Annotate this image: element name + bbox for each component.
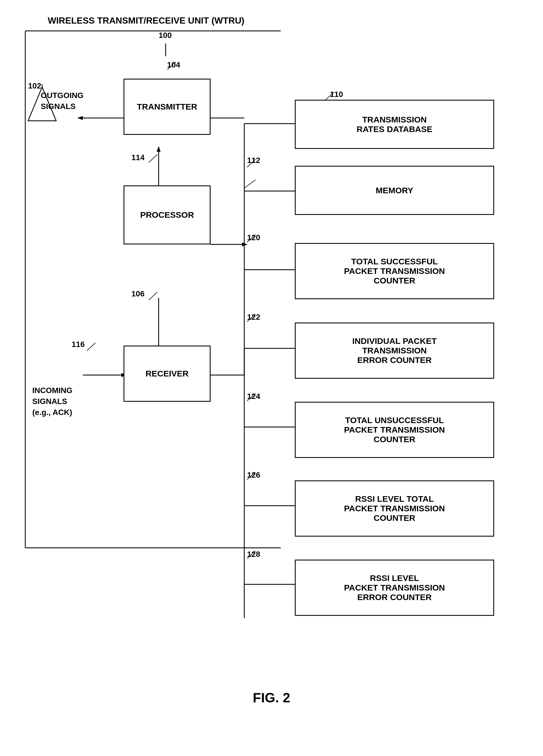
ref-104: 104 bbox=[167, 60, 180, 69]
svg-marker-5 bbox=[77, 116, 83, 120]
transmitter-box: TRANSMITTER bbox=[124, 79, 211, 135]
svg-marker-37 bbox=[28, 87, 56, 121]
diagram: WIRELESS TRANSMIT/RECEIVE UNIT (WTRU) 10… bbox=[0, 0, 543, 756]
ref-100: 100 bbox=[159, 31, 172, 40]
ref-128: 128 bbox=[247, 550, 260, 559]
incoming-signals-text: INCOMING SIGNALS (e.g., ACK) bbox=[32, 386, 72, 417]
svg-marker-9 bbox=[242, 242, 248, 246]
box-total-successful: TOTAL SUCCESSFUL PACKET TRANSMISSION COU… bbox=[295, 243, 494, 299]
box-individual-error: INDIVIDUAL PACKET TRANSMISSION ERROR COU… bbox=[295, 323, 494, 379]
wtru-title: WIRELESS TRANSMIT/RECEIVE UNIT (WTRU) bbox=[48, 15, 244, 26]
box-122-label: INDIVIDUAL PACKET TRANSMISSION ERROR COU… bbox=[352, 336, 437, 365]
box-126-label: RSSI LEVEL TOTAL PACKET TRANSMISSION COU… bbox=[344, 494, 445, 523]
box-110-label: TRANSMISSION RATES DATABASE bbox=[356, 115, 432, 134]
ref-114: 114 bbox=[131, 153, 145, 162]
box-total-unsuccessful: TOTAL UNSUCCESSFUL PACKET TRANSMISSION C… bbox=[295, 402, 494, 458]
box-112-label: MEMORY bbox=[376, 186, 413, 195]
ref-116: 116 bbox=[72, 340, 85, 349]
ref-106: 106 bbox=[131, 289, 145, 298]
receiver-box: RECEIVER bbox=[124, 346, 211, 402]
svg-line-21 bbox=[244, 180, 256, 188]
box-rssi-total: RSSI LEVEL TOTAL PACKET TRANSMISSION COU… bbox=[295, 480, 494, 537]
svg-marker-7 bbox=[157, 146, 161, 152]
svg-line-36 bbox=[87, 343, 96, 351]
antenna-svg bbox=[25, 84, 59, 124]
processor-box: PROCESSOR bbox=[124, 185, 211, 244]
box-memory: MEMORY bbox=[295, 166, 494, 215]
transmitter-label: TRANSMITTER bbox=[137, 102, 197, 112]
ref-110: 110 bbox=[330, 90, 343, 99]
incoming-signals-label: INCOMING SIGNALS (e.g., ACK) bbox=[32, 385, 72, 418]
box-128-label: RSSI LEVEL PACKET TRANSMISSION ERROR COU… bbox=[344, 573, 445, 602]
svg-line-35 bbox=[149, 292, 157, 300]
ref-120: 120 bbox=[247, 233, 260, 242]
processor-label: PROCESSOR bbox=[140, 210, 194, 220]
antenna-symbol bbox=[25, 84, 59, 125]
ref-122: 122 bbox=[247, 313, 260, 322]
receiver-label: RECEIVER bbox=[146, 369, 189, 378]
ref-124: 124 bbox=[247, 392, 260, 401]
svg-line-33 bbox=[149, 155, 157, 162]
box-124-label: TOTAL UNSUCCESSFUL PACKET TRANSMISSION C… bbox=[344, 416, 445, 444]
ref-112: 112 bbox=[247, 156, 260, 165]
box-120-label: TOTAL SUCCESSFUL PACKET TRANSMISSION COU… bbox=[344, 257, 445, 285]
ref-126: 126 bbox=[247, 471, 260, 480]
figure-label: FIG. 2 bbox=[253, 690, 290, 705]
box-rssi-error: RSSI LEVEL PACKET TRANSMISSION ERROR COU… bbox=[295, 560, 494, 616]
box-transmission-rates: TRANSMISSION RATES DATABASE bbox=[295, 100, 494, 149]
